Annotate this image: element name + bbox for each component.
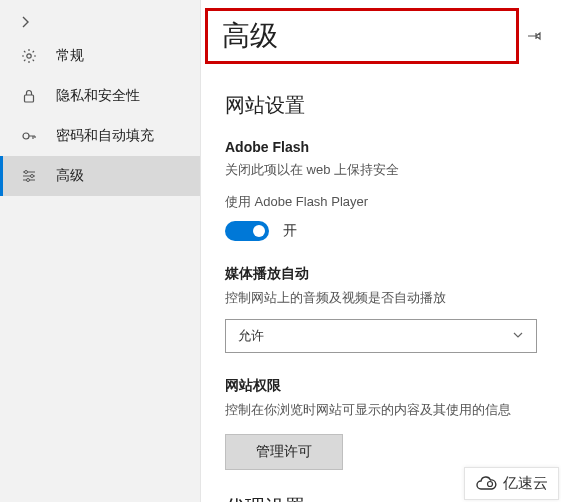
sidebar-item-advanced[interactable]: 高级: [0, 156, 200, 196]
gear-icon: [20, 47, 38, 65]
setting-adobe-flash: Adobe Flash 关闭此项以在 web 上保持安全 使用 Adobe Fl…: [225, 139, 537, 241]
setting-site-permissions: 网站权限 控制在你浏览时网站可显示的内容及其使用的信息 管理许可: [225, 377, 537, 469]
setting-media-autoplay: 媒体播放自动 控制网站上的音频及视频是否自动播放 允许: [225, 265, 537, 353]
sidebar-item-general[interactable]: 常规: [0, 36, 200, 76]
toggle-state-label: 开: [283, 222, 297, 240]
svg-point-6: [488, 481, 493, 486]
svg-point-2: [23, 133, 29, 139]
chevron-right-icon: [20, 16, 32, 28]
sidebar-item-label: 常规: [56, 47, 84, 65]
svg-point-4: [31, 175, 34, 178]
sidebar-item-label: 密码和自动填充: [56, 127, 154, 145]
item-subline: 使用 Adobe Flash Player: [225, 193, 537, 211]
page-title: 高级: [222, 17, 502, 55]
media-autoplay-select[interactable]: 允许: [225, 319, 537, 353]
svg-point-5: [27, 179, 30, 182]
svg-point-3: [25, 171, 28, 174]
item-title: 媒体播放自动: [225, 265, 537, 283]
item-desc: 关闭此项以在 web 上保持安全: [225, 161, 537, 179]
back-button[interactable]: [0, 8, 200, 36]
cloud-icon: [475, 476, 497, 492]
main-panel: 高级 网站设置 Adobe Flash 关闭此项以在 web 上保持安全 使用 …: [201, 0, 561, 502]
chevron-down-icon: [512, 329, 524, 344]
sidebar: 常规 隐私和安全性 密码和自动填充 高级: [0, 0, 201, 502]
watermark: 亿速云: [464, 467, 559, 500]
select-value: 允许: [238, 327, 264, 345]
manage-permissions-button[interactable]: 管理许可: [225, 434, 343, 470]
sidebar-item-privacy[interactable]: 隐私和安全性: [0, 76, 200, 116]
sidebar-item-label: 高级: [56, 167, 84, 185]
item-desc: 控制网站上的音频及视频是否自动播放: [225, 289, 537, 307]
pin-icon: [527, 29, 541, 43]
page-title-highlight: 高级: [205, 8, 519, 64]
item-desc: 控制在你浏览时网站可显示的内容及其使用的信息: [225, 401, 537, 419]
lock-icon: [20, 87, 38, 105]
sidebar-item-passwords[interactable]: 密码和自动填充: [0, 116, 200, 156]
item-title: 网站权限: [225, 377, 537, 395]
item-title: Adobe Flash: [225, 139, 537, 155]
section-title-website-settings: 网站设置: [225, 92, 537, 119]
key-icon: [20, 127, 38, 145]
sliders-icon: [20, 167, 38, 185]
svg-point-0: [27, 54, 31, 58]
sidebar-item-label: 隐私和安全性: [56, 87, 140, 105]
svg-rect-1: [25, 95, 34, 102]
pin-button[interactable]: [519, 29, 549, 43]
flash-toggle[interactable]: [225, 221, 269, 241]
watermark-text: 亿速云: [503, 474, 548, 493]
toggle-knob: [253, 225, 265, 237]
